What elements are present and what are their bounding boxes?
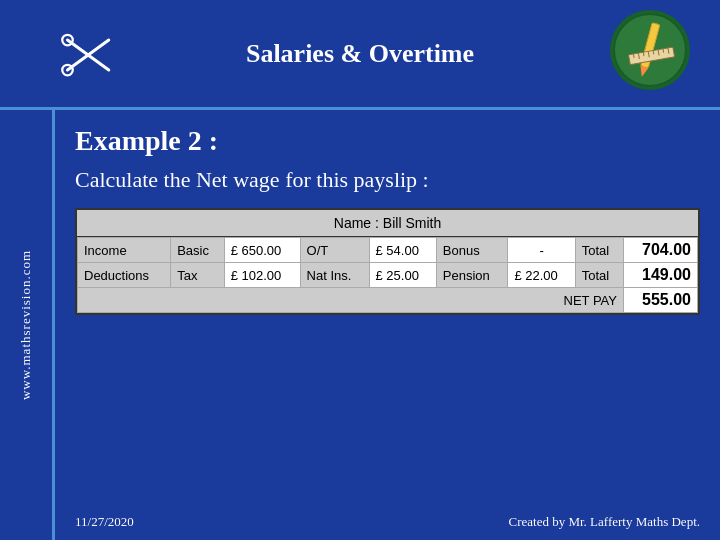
tax-label: Tax: [171, 263, 224, 288]
header-bar: Salaries & Overtime: [0, 0, 720, 110]
example-title: Example 2 :: [75, 125, 700, 157]
ot-label: O/T: [300, 238, 369, 263]
ruler-icon: [610, 10, 690, 90]
footer: 11/27/2020 Created by Mr. Lafferty Maths…: [55, 514, 720, 530]
pension-value: £ 22.00: [508, 263, 575, 288]
bonus-label: Bonus: [436, 238, 508, 263]
svg-line-8: [633, 53, 634, 57]
deductions-row: Deductions Tax £ 102.00 Nat Ins. £ 25.00…: [78, 263, 698, 288]
page-container: Salaries & Overtime www.mathsr: [0, 0, 720, 540]
payslip-container: Name : Bill Smith Income Basic £ 650.00 …: [75, 208, 700, 315]
footer-date: 11/27/2020: [75, 514, 134, 530]
scissors-icon: [60, 30, 120, 80]
tax-value: £ 102.00: [224, 263, 300, 288]
net-pay-label: NET PAY: [78, 288, 624, 313]
header-title: Salaries & Overtime: [246, 39, 474, 69]
nat-ins-label: Nat Ins.: [300, 263, 369, 288]
income-total-label: Total: [575, 238, 623, 263]
net-pay-row: NET PAY 555.00: [78, 288, 698, 313]
ot-value: £ 54.00: [369, 238, 436, 263]
pension-label: Pension: [436, 263, 508, 288]
main-content: Example 2 : Calculate the Net wage for t…: [55, 110, 720, 540]
nat-ins-value: £ 25.00: [369, 263, 436, 288]
payslip-table: Income Basic £ 650.00 O/T £ 54.00 Bonus …: [77, 237, 698, 313]
deductions-total-value: 149.00: [623, 263, 697, 288]
net-pay-value: 555.00: [623, 288, 697, 313]
basic-label: Basic: [171, 238, 224, 263]
svg-line-10: [643, 52, 644, 56]
payslip-name-header: Name : Bill Smith: [77, 210, 698, 237]
income-row: Income Basic £ 650.00 O/T £ 54.00 Bonus …: [78, 238, 698, 263]
bonus-value: -: [508, 238, 575, 263]
svg-line-14: [662, 48, 663, 52]
subtitle: Calculate the Net wage for this payslip …: [75, 167, 700, 193]
deductions-total-label: Total: [575, 263, 623, 288]
deductions-category: Deductions: [78, 263, 171, 288]
basic-value: £ 650.00: [224, 238, 300, 263]
svg-line-12: [653, 50, 654, 54]
footer-credit: Created by Mr. Lafferty Maths Dept.: [509, 514, 700, 530]
vertical-text: www.mathsrevision.com: [18, 250, 34, 400]
income-total-value: 704.00: [623, 238, 697, 263]
income-category: Income: [78, 238, 171, 263]
vertical-text-bar: www.mathsrevision.com: [0, 110, 55, 540]
